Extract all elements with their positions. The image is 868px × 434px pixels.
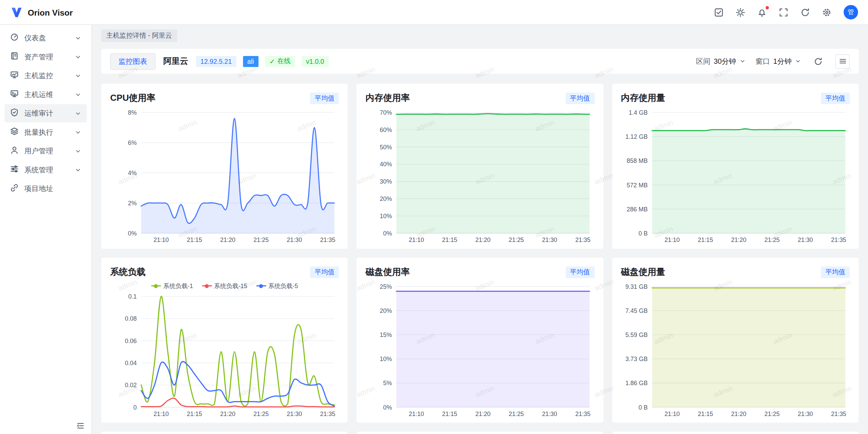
svg-text:1.4 GB: 1.4 GB <box>629 109 648 116</box>
notification-bell-icon[interactable] <box>757 7 767 17</box>
chart-title: 磁盘使用量 <box>621 266 665 278</box>
chart-title: CPU使用率 <box>110 92 156 104</box>
svg-text:21:10: 21:10 <box>664 411 679 417</box>
sidebar-collapse-button[interactable] <box>76 421 84 430</box>
chart-layout-menu-button[interactable] <box>835 54 850 68</box>
svg-text:21:20: 21:20 <box>220 411 235 417</box>
sidebar-item-host-ops[interactable]: 主机运维 <box>4 85 87 103</box>
memory-usage-percent-chart: 70%60%50%40%30%20%10%0%21:1021:1521:2021… <box>366 107 594 244</box>
svg-text:0 B: 0 B <box>638 230 648 237</box>
audit-shield-icon <box>10 108 19 118</box>
window-select[interactable]: 窗口 1分钟 <box>755 56 801 66</box>
sidebar-item-label: 资产管理 <box>24 52 69 62</box>
svg-text:3.73 GB: 3.73 GB <box>625 356 648 362</box>
svg-text:21:15: 21:15 <box>442 237 457 243</box>
dashboard-icon <box>10 33 19 43</box>
svg-text:0%: 0% <box>383 404 392 411</box>
host-monitor-icon <box>10 70 19 81</box>
svg-text:21:35: 21:35 <box>831 411 846 417</box>
svg-text:20%: 20% <box>380 195 392 202</box>
host-alias-tag: ali <box>243 56 258 67</box>
disk-usage-percent-chart: 25%20%15%10%5%0%21:1021:1521:2021:2521:3… <box>366 281 594 418</box>
svg-text:21:15: 21:15 <box>697 237 713 243</box>
svg-text:21:25: 21:25 <box>509 411 524 417</box>
average-badge[interactable]: 平均值 <box>821 266 850 278</box>
sidebar-item-ops-audit[interactable]: 运维审计 <box>4 104 87 122</box>
sidebar-item-assets[interactable]: 资产管理 <box>4 48 87 66</box>
svg-text:21:20: 21:20 <box>475 411 491 417</box>
sidebar-item-label: 仪表盘 <box>24 33 69 43</box>
memory-usage-amount-chart: 1.4 GB1.12 GB858 MB572 MB286 MB0 B21:102… <box>621 107 850 244</box>
average-badge[interactable]: 平均值 <box>310 266 339 278</box>
svg-text:30%: 30% <box>380 178 392 185</box>
breadcrumb: 主机监控详情 - 阿里云 <box>101 30 859 42</box>
sidebar-item-label: 主机运维 <box>24 90 69 99</box>
toolbar-controls: 区间 30分钟 窗口 1分钟 <box>696 54 850 68</box>
link-icon <box>10 183 19 194</box>
chart-card-memory-usage-amount: 内存使用量 平均值 1.4 GB1.12 GB858 MB572 MB286 M… <box>612 84 859 249</box>
average-badge[interactable]: 平均值 <box>821 92 850 104</box>
app-title: Orion Visor <box>28 7 73 17</box>
sidebar-menu: 仪表盘 资产管理 主机监控 主机运维 <box>0 28 91 421</box>
chart-title: 系统负载 <box>110 266 145 278</box>
avatar[interactable]: 管 <box>844 5 858 19</box>
system-load-chart: 0.10.080.060.040.02021:1021:1521:2021:25… <box>110 291 339 418</box>
svg-text:21:10: 21:10 <box>154 237 169 243</box>
sidebar-item-host-monitor[interactable]: 主机监控 <box>4 67 87 85</box>
refresh-icon[interactable] <box>801 7 810 17</box>
svg-text:21:30: 21:30 <box>287 237 302 243</box>
svg-text:21:15: 21:15 <box>697 411 713 417</box>
sidebar-item-batch-exec[interactable]: 批量执行 <box>4 123 87 141</box>
svg-text:0.04: 0.04 <box>125 360 137 366</box>
chart-card-disk-usage-percent: 磁盘使用率 平均值 25%20%15%10%5%0%21:1021:1521:2… <box>357 258 603 423</box>
settings-gear-icon[interactable] <box>822 7 831 17</box>
svg-text:60%: 60% <box>380 127 392 133</box>
host-name: 阿里云 <box>163 56 188 67</box>
svg-text:21:20: 21:20 <box>731 411 746 417</box>
chart-title: 内存使用量 <box>621 92 665 104</box>
legend-item[interactable]: 系统负载-1 <box>151 282 193 290</box>
svg-text:2%: 2% <box>128 200 137 207</box>
average-badge[interactable]: 平均值 <box>566 92 594 104</box>
sidebar-item-label: 项目地址 <box>24 184 81 193</box>
svg-text:286 MB: 286 MB <box>627 206 648 213</box>
monitor-chart-tab-button[interactable]: 监控图表 <box>110 53 156 70</box>
chart-legend: 系统负载-1系统负载-15系统负载-5 <box>110 281 339 291</box>
svg-text:21:15: 21:15 <box>187 237 202 243</box>
theme-sun-icon[interactable] <box>736 7 745 17</box>
svg-text:15%: 15% <box>380 332 392 338</box>
refresh-charts-button[interactable] <box>811 54 825 68</box>
task-check-icon[interactable] <box>714 7 724 17</box>
svg-text:6%: 6% <box>128 139 137 146</box>
chart-title: 磁盘使用率 <box>366 266 410 278</box>
svg-text:50%: 50% <box>380 144 392 151</box>
chart-title: 内存使用率 <box>366 92 410 104</box>
svg-text:21:15: 21:15 <box>442 411 457 417</box>
sidebar-item-project-link[interactable]: 项目地址 <box>4 180 87 198</box>
sidebar-item-system-mgmt[interactable]: 系统管理 <box>4 161 87 179</box>
svg-text:21:30: 21:30 <box>542 411 557 417</box>
chevron-down-icon <box>75 72 81 79</box>
notification-badge <box>766 6 769 9</box>
svg-text:21:35: 21:35 <box>575 411 591 417</box>
svg-text:0.08: 0.08 <box>125 315 137 322</box>
chart-card-partial <box>612 432 859 434</box>
chevron-down-icon <box>75 54 81 60</box>
host-ops-icon <box>10 89 19 100</box>
interval-select[interactable]: 区间 30分钟 <box>696 56 746 66</box>
sidebar-item-label: 批量执行 <box>24 127 69 137</box>
svg-text:21:35: 21:35 <box>320 411 335 417</box>
chart-card-cpu-usage: CPU使用率 平均值 8%6%4%2%0%21:1021:1521:2021:2… <box>101 84 348 249</box>
sidebar-item-dashboard[interactable]: 仪表盘 <box>4 29 87 47</box>
legend-item[interactable]: 系统负载-5 <box>256 282 298 290</box>
average-badge[interactable]: 平均值 <box>566 266 594 278</box>
svg-text:21:25: 21:25 <box>254 237 269 243</box>
legend-item[interactable]: 系统负载-15 <box>202 282 247 290</box>
chevron-down-icon <box>75 167 81 173</box>
average-badge[interactable]: 平均值 <box>310 92 339 104</box>
svg-text:21:25: 21:25 <box>509 237 524 243</box>
sidebar-item-user-mgmt[interactable]: 用户管理 <box>4 142 87 160</box>
fullscreen-icon[interactable] <box>779 7 788 17</box>
app-logo: Orion Visor <box>10 5 73 19</box>
svg-text:21:20: 21:20 <box>220 237 235 243</box>
